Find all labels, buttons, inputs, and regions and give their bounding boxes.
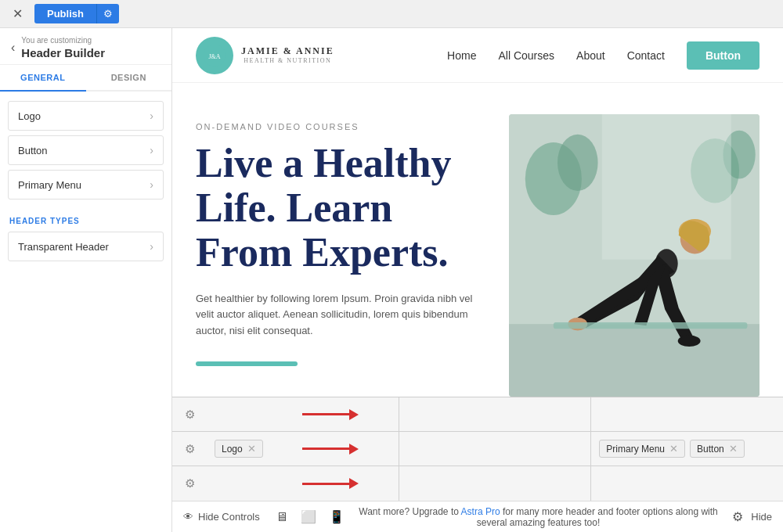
- nav-home[interactable]: Home: [447, 49, 476, 62]
- button-badge: Button ✕: [690, 440, 745, 458]
- hb-gear-middle[interactable]: ⚙: [172, 442, 207, 456]
- primary-menu-badge: Primary Menu ✕: [599, 440, 685, 458]
- bottom-right: ⚙ Hide: [732, 509, 772, 524]
- hb-cell-middle-right[interactable]: Primary Menu ✕ Button ✕: [591, 432, 783, 466]
- logo-badge-close[interactable]: ✕: [247, 443, 256, 455]
- desktop-icon[interactable]: 🖥: [276, 510, 288, 524]
- header-types-items: Transparent Header ›: [0, 228, 171, 271]
- sidebar-items: Logo › Button › Primary Menu ›: [0, 92, 171, 209]
- sidebar-title: Header Builder: [21, 46, 105, 59]
- website-preview: J&A JAMIE & ANNIE HEALTH & NUTRITION Hom…: [172, 28, 783, 397]
- preview-area: J&A JAMIE & ANNIE HEALTH & NUTRITION Hom…: [172, 28, 783, 532]
- hero-heading: Live a Healthy Life. Learn From Experts.: [196, 141, 485, 275]
- device-icons: 🖥 ⬜ 📱: [276, 509, 345, 524]
- upgrade-link[interactable]: Astra Pro: [461, 506, 500, 517]
- hide-controls-label: Hide Controls: [198, 511, 260, 523]
- hb-cell-top-left[interactable]: [207, 397, 399, 431]
- nav-contact[interactable]: Contact: [627, 49, 665, 62]
- header-types-label: HEADER TYPES: [0, 209, 171, 228]
- brand-name: JAMIE & ANNIE HEALTH & NUTRITION: [241, 45, 334, 66]
- nav-about[interactable]: About: [576, 49, 605, 62]
- bottom-center: Want more? Upgrade to Astra Pro for many…: [345, 506, 732, 528]
- hero-label: ON-DEMAND VIDEO COURSES: [196, 122, 485, 131]
- sidebar-item-primary-menu[interactable]: Primary Menu ›: [8, 170, 164, 200]
- primary-menu-badge-close[interactable]: ✕: [669, 443, 678, 455]
- nav-links: Home All Courses About Contact Button: [447, 41, 760, 70]
- hb-gear-bottom[interactable]: ⚙: [172, 476, 207, 491]
- hb-gear-top[interactable]: ⚙: [172, 408, 207, 422]
- hb-cells-top: [207, 397, 783, 431]
- bottom-bar: 👁 Hide Controls 🖥 ⬜ 📱 Want more? Upgrade…: [172, 501, 783, 532]
- mobile-icon[interactable]: 📱: [329, 509, 345, 524]
- sidebar-tabs: GENERAL DESIGN: [0, 65, 171, 92]
- hb-row-bottom: ⚙: [172, 466, 783, 501]
- bottom-settings-icon[interactable]: ⚙: [732, 509, 743, 524]
- nav-button[interactable]: Button: [687, 41, 760, 70]
- hb-cells-bottom: [207, 466, 783, 501]
- hb-row-top: ⚙: [172, 397, 783, 432]
- chevron-right-icon: ›: [150, 178, 153, 191]
- bottom-left: 👁 Hide Controls 🖥 ⬜ 📱: [183, 509, 345, 524]
- hb-row-middle: ⚙ Logo ✕ Primary Menu ✕: [172, 432, 783, 466]
- logo-badge-label: Logo: [222, 444, 243, 455]
- primary-menu-badge-label: Primary Menu: [606, 444, 665, 455]
- chevron-right-icon: ›: [150, 144, 153, 156]
- sidebar-header: ‹ You are customizing Header Builder: [0, 28, 171, 65]
- sidebar-item-transparent-header[interactable]: Transparent Header ›: [8, 232, 164, 261]
- sidebar-item-logo[interactable]: Logo ›: [8, 101, 164, 131]
- hb-cell-top-center[interactable]: [399, 397, 592, 431]
- chevron-right-icon: ›: [150, 110, 153, 122]
- svg-rect-7: [602, 114, 731, 260]
- hide-button[interactable]: Hide: [751, 511, 772, 523]
- hb-cell-middle-left[interactable]: Logo ✕: [207, 432, 399, 466]
- publish-button[interactable]: Publish: [34, 4, 96, 23]
- hero-body: Get healthier by following lorem Ipsum. …: [196, 291, 485, 340]
- sidebar-item-label: Button: [18, 145, 48, 156]
- preview-hero: ON-DEMAND VIDEO COURSES Live a Healthy L…: [172, 83, 783, 397]
- back-button[interactable]: ‹: [11, 41, 15, 55]
- brand-logo: J&A JAMIE & ANNIE HEALTH & NUTRITION: [196, 37, 334, 74]
- hero-text: ON-DEMAND VIDEO COURSES Live a Healthy L…: [196, 114, 485, 397]
- svg-rect-14: [554, 322, 748, 329]
- hero-image: [509, 114, 760, 397]
- header-builder-section: ⚙ ⚙ Logo ✕: [172, 397, 783, 501]
- sidebar: ‹ You are customizing Header Builder GEN…: [0, 28, 172, 532]
- eye-icon: 👁: [183, 511, 193, 523]
- hb-cells-middle: Logo ✕ Primary Menu ✕ Button ✕: [207, 432, 783, 466]
- upgrade-suffix: for many more header and footer options …: [477, 506, 718, 528]
- tab-design[interactable]: DESIGN: [86, 65, 172, 92]
- chevron-right-icon: ›: [150, 240, 153, 253]
- nav-all-courses[interactable]: All Courses: [498, 49, 554, 62]
- hb-cell-middle-center[interactable]: [399, 432, 592, 466]
- svg-point-4: [557, 135, 598, 191]
- top-bar: ✕ Publish ⚙: [0, 0, 783, 28]
- sidebar-item-label: Transparent Header: [18, 241, 109, 253]
- button-badge-close[interactable]: ✕: [729, 443, 738, 455]
- upgrade-text: Want more? Upgrade to: [359, 506, 459, 517]
- hb-cell-bottom-center[interactable]: [399, 466, 592, 501]
- customizing-label: You are customizing: [21, 36, 105, 45]
- hero-cta-bar: [196, 361, 298, 366]
- tab-general[interactable]: GENERAL: [0, 65, 86, 92]
- hide-controls-button[interactable]: 👁 Hide Controls: [183, 511, 260, 523]
- main-layout: ‹ You are customizing Header Builder GEN…: [0, 28, 783, 532]
- hb-cell-top-right[interactable]: [591, 397, 783, 431]
- svg-text:J&A: J&A: [208, 53, 220, 60]
- publish-group: Publish ⚙: [34, 4, 119, 23]
- hb-cell-bottom-left[interactable]: [207, 466, 399, 501]
- close-button[interactable]: ✕: [6, 3, 28, 25]
- preview-navbar: J&A JAMIE & ANNIE HEALTH & NUTRITION Hom…: [172, 28, 783, 83]
- hb-cell-bottom-right[interactable]: [591, 466, 783, 501]
- logo-circle: J&A: [196, 37, 233, 74]
- publish-settings-button[interactable]: ⚙: [96, 4, 119, 23]
- logo-badge: Logo ✕: [215, 440, 263, 458]
- button-badge-label: Button: [697, 444, 724, 455]
- sidebar-item-button[interactable]: Button ›: [8, 135, 164, 165]
- sidebar-item-label: Primary Menu: [18, 179, 81, 191]
- tablet-icon[interactable]: ⬜: [301, 509, 316, 524]
- svg-rect-8: [509, 324, 760, 397]
- svg-point-13: [678, 336, 701, 347]
- sidebar-title-group: You are customizing Header Builder: [21, 36, 105, 59]
- sidebar-item-label: Logo: [18, 110, 41, 122]
